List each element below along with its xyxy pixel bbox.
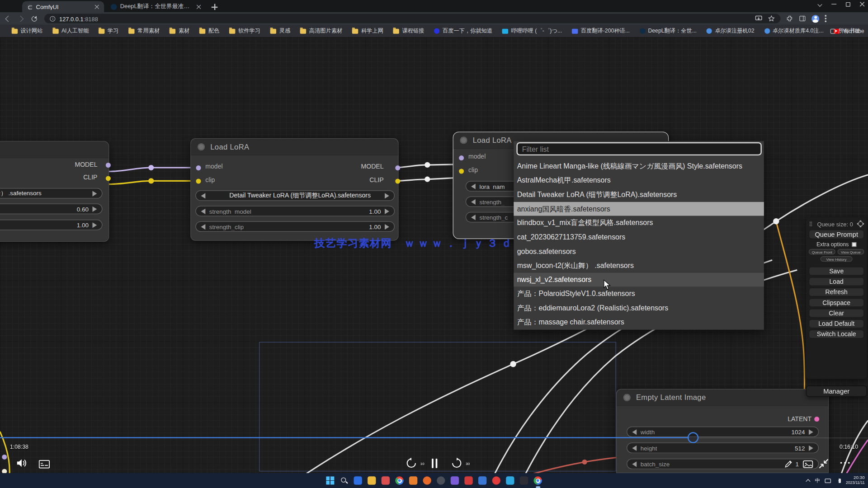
lora-list-item[interactable]: anxiang国风暗香.safetensors [514, 202, 764, 216]
prev-arrow-icon[interactable] [471, 183, 476, 189]
widget-lora-name[interactable]: （米山舞） .safetensors [0, 188, 103, 198]
node-title-bar[interactable]: Empty Latent Image [617, 389, 828, 406]
all-bookmarks[interactable]: 所有书签 [830, 27, 860, 35]
display-tray-icon[interactable] [825, 479, 830, 483]
bookmark-item[interactable]: 配色 [196, 26, 223, 36]
volume-icon[interactable] [17, 458, 28, 469]
prev-arrow-icon[interactable] [471, 199, 476, 204]
seek-bar-rest[interactable] [698, 437, 868, 438]
output-port-model[interactable] [395, 165, 400, 170]
next-arrow-icon[interactable] [809, 429, 813, 435]
address-bar[interactable]: 127.0.0.1:8188 [44, 14, 781, 23]
input-port-model[interactable] [196, 165, 201, 170]
more-options-icon[interactable] [840, 462, 851, 473]
bookmark-item[interactable]: DeepL翻译：全世... [636, 26, 700, 36]
tab-search-icon[interactable] [818, 2, 822, 6]
widget-strength-model[interactable]: 0.60 [0, 204, 103, 214]
prev-arrow-icon[interactable] [632, 461, 637, 467]
menu-button[interactable]: Refresh [809, 288, 864, 297]
back-button[interactable] [2, 13, 13, 24]
menu-button[interactable]: Load [809, 277, 864, 286]
browser-menu-icon[interactable] [825, 15, 826, 22]
taskbar-app-icon[interactable] [353, 476, 363, 485]
site-info-icon[interactable] [50, 16, 55, 21]
bookmark-item[interactable]: 学习 [95, 26, 123, 36]
bookmark-item[interactable]: 高清图片素材 [297, 26, 346, 36]
taskbar-app-icon[interactable] [505, 476, 515, 485]
prev-arrow-icon[interactable] [632, 429, 637, 435]
bookmark-star-icon[interactable] [768, 15, 775, 22]
taskbar-app-icon[interactable] [436, 476, 446, 485]
lora-list-item[interactable]: blindbox_v1_mix盲盒模型风格.safetensors [514, 216, 764, 230]
input-port-clip[interactable] [196, 179, 201, 184]
extra-options-checkbox[interactable] [852, 242, 857, 247]
bookmark-item[interactable]: 哔哩哔哩 (゜-゜)つ... [499, 26, 566, 36]
tab-close-icon[interactable] [94, 4, 99, 9]
profile-avatar[interactable] [811, 14, 819, 22]
tab-close-icon[interactable] [197, 4, 202, 9]
output-port-clip[interactable] [106, 176, 111, 181]
bookmark-item[interactable]: 灵感 [267, 26, 294, 36]
lora-list-item[interactable]: 产品：eddiemauroLora2 (Realistic).safetenso… [514, 301, 764, 315]
lora-list-item[interactable]: 产品：massage chair.safetensors [514, 315, 764, 329]
taskbar-app-icon[interactable] [519, 476, 529, 485]
tab-deepl[interactable]: DeepL翻译：全世界最准确的翻 [106, 1, 206, 12]
bookmark-item[interactable]: AI人工智能 [49, 26, 93, 36]
menu-button[interactable]: Save [809, 267, 864, 276]
taskbar-app-icon[interactable] [395, 476, 404, 485]
side-panel-icon[interactable] [799, 15, 806, 22]
bookmark-item[interactable]: 卓尔谟材质库4.0注... [760, 26, 827, 36]
taskbar-clock[interactable]: 20:30 2023/11/11 [846, 475, 865, 486]
seek-handle[interactable] [688, 432, 698, 443]
taskbar-app-icon[interactable] [533, 476, 542, 485]
widget-lora-name[interactable]: Detail Tweaker LoRA (细节调整LoRA).safetenso… [195, 190, 395, 201]
ime-indicator[interactable]: 中 [815, 477, 820, 484]
menu-button[interactable]: Load Default [809, 319, 864, 328]
bookmark-item[interactable]: 科学上网 [349, 26, 387, 36]
settings-gear-icon[interactable] [858, 221, 863, 226]
next-arrow-icon[interactable] [809, 445, 813, 450]
widget-strength-clip[interactable]: strength_clip 1.00 [195, 221, 395, 232]
prev-arrow-icon[interactable] [471, 214, 476, 220]
taskbar-app-icon[interactable] [409, 476, 418, 485]
minimize-icon[interactable] [831, 2, 836, 7]
widget-height[interactable]: height 512 [627, 443, 819, 453]
lora-list-item[interactable]: AstralMecha机甲.safetensors [514, 174, 764, 188]
maximize-icon[interactable] [846, 2, 850, 6]
prev-arrow-icon[interactable] [632, 445, 637, 450]
lora-list-item[interactable]: cat_20230627113759.safetensors [514, 230, 764, 244]
lora-list-item[interactable]: 产品：PolaroidStyleV1.0.safetensors [514, 287, 764, 301]
menu-button[interactable]: Clipspace [809, 298, 864, 307]
lora-list-item[interactable]: Detail Tweaker LoRA (细节调整LoRA).safetenso… [514, 188, 764, 202]
close-icon[interactable] [860, 2, 865, 7]
queue-prompt-button[interactable]: Queue Prompt [809, 230, 864, 239]
taskbar-app-icon[interactable] [464, 476, 473, 485]
menu-button[interactable]: Clear [809, 309, 864, 318]
widget-strength-model[interactable]: strength_model 1.00 [195, 206, 395, 216]
prev-arrow-icon[interactable] [201, 224, 205, 229]
lora-list-item[interactable]: msw_locon-t2(米山舞） .safetensors [514, 258, 764, 272]
next-arrow-icon[interactable] [92, 191, 97, 196]
input-port-model[interactable] [459, 155, 464, 160]
widget-batch-size[interactable]: batch_size 1 [627, 459, 819, 469]
forward-30-button[interactable]: 30 [451, 458, 462, 469]
taskbar-app-icon[interactable] [367, 476, 377, 485]
node-canvas[interactable]: MODEL CLIP （米山舞） .safetensors 0.60 1.00 … [0, 37, 868, 473]
node-title-bar[interactable]: Load LoRA [191, 139, 398, 155]
bookmark-item[interactable]: 百度翻译-200种语... [568, 26, 634, 36]
menu-button[interactable]: Switch Locale [809, 330, 864, 339]
taskbar-app-icon[interactable] [422, 476, 432, 485]
queue-small-button[interactable]: Queue Front [809, 249, 835, 254]
output-port-clip[interactable] [395, 179, 400, 184]
forward-button[interactable] [15, 13, 26, 24]
reload-button[interactable] [29, 13, 40, 24]
volume-tray-icon[interactable] [836, 479, 841, 483]
node-lora-loader-left[interactable]: MODEL CLIP （米山舞） .safetensors 0.60 1.00 [0, 141, 109, 242]
pause-button[interactable] [429, 458, 440, 469]
next-arrow-icon[interactable] [92, 222, 97, 228]
bookmark-item[interactable]: 百度一下，你就知道 [430, 26, 496, 36]
seek-bar-progress[interactable] [0, 437, 689, 438]
node-load-lora-center[interactable]: Load LoRA model clip MODEL CLIP Detail T… [190, 138, 398, 241]
bookmark-item[interactable]: 常用素材 [125, 26, 164, 36]
output-port-model[interactable] [106, 163, 111, 168]
